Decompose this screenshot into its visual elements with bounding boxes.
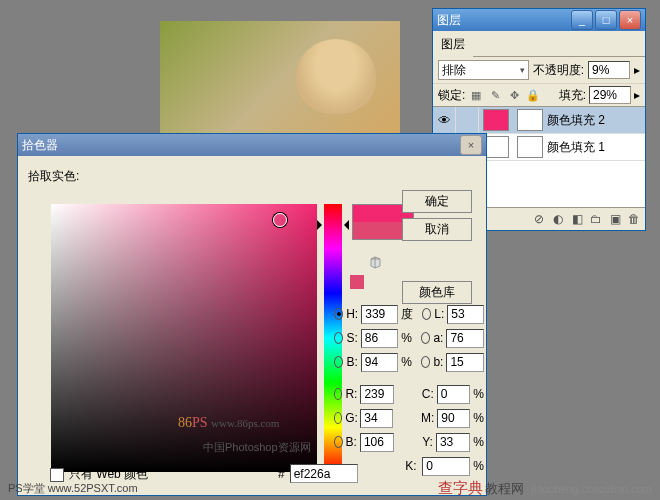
lock-all-icon[interactable]: 🔒 bbox=[525, 87, 541, 103]
radio-h[interactable] bbox=[334, 308, 343, 320]
photo-canvas bbox=[160, 21, 400, 141]
y-input[interactable]: 33 bbox=[436, 433, 470, 452]
cancel-button[interactable]: 取消 bbox=[402, 218, 472, 241]
b-input[interactable]: 94 bbox=[361, 353, 399, 372]
tagline: 中国Photoshop资源网 bbox=[203, 440, 311, 455]
radio-s[interactable] bbox=[334, 332, 343, 344]
lock-pixels-icon[interactable]: ✎ bbox=[487, 87, 503, 103]
trash-icon[interactable]: 🗑 bbox=[626, 211, 642, 227]
radio-bb[interactable] bbox=[334, 436, 343, 448]
lock-transparent-icon[interactable]: ▦ bbox=[468, 87, 484, 103]
footer-url: jiaocheng.chazidian.com bbox=[532, 483, 652, 495]
previous-swatch[interactable] bbox=[350, 275, 364, 289]
bb-input[interactable]: 106 bbox=[360, 433, 394, 452]
picker-subtitle: 拾取实色: bbox=[28, 168, 476, 185]
s-input[interactable]: 86 bbox=[361, 329, 399, 348]
h-input[interactable]: 339 bbox=[361, 305, 398, 324]
color-library-button[interactable]: 颜色库 bbox=[402, 281, 472, 304]
mask-icon[interactable]: ◐ bbox=[550, 211, 566, 227]
close-button[interactable]: × bbox=[460, 135, 482, 155]
opacity-label: 不透明度: bbox=[533, 62, 584, 79]
radio-b[interactable] bbox=[334, 356, 343, 368]
dropdown-arrow-icon[interactable]: ▸ bbox=[634, 63, 640, 77]
radio-a[interactable] bbox=[421, 332, 430, 344]
a-input[interactable]: 76 bbox=[446, 329, 484, 348]
k-input[interactable]: 0 bbox=[422, 457, 470, 476]
hue-pointer-left-icon bbox=[317, 220, 327, 230]
lock-label: 锁定: bbox=[438, 87, 465, 104]
layer-mask-thumb bbox=[517, 109, 543, 131]
panel-tabs: 图层 bbox=[433, 31, 645, 57]
b2-input[interactable]: 15 bbox=[446, 353, 484, 372]
radio-b2[interactable] bbox=[421, 356, 430, 368]
logo-86ps: 86PS www.86ps.com bbox=[178, 415, 279, 431]
layer-thumb bbox=[483, 109, 509, 131]
cube-icon[interactable] bbox=[368, 255, 383, 270]
tab-layers[interactable]: 图层 bbox=[433, 33, 473, 57]
layers-title: 图层 bbox=[437, 12, 461, 29]
radio-l[interactable] bbox=[422, 308, 431, 320]
footer-left: PS学堂 www.52PSXT.com bbox=[8, 481, 138, 496]
visibility-icon[interactable]: 👁 bbox=[433, 107, 456, 133]
color-field[interactable] bbox=[51, 204, 317, 472]
link-cell[interactable] bbox=[456, 107, 479, 133]
m-input[interactable]: 90 bbox=[437, 409, 470, 428]
maximize-button[interactable]: □ bbox=[595, 10, 617, 30]
ok-button[interactable]: 确定 bbox=[402, 190, 472, 213]
c-input[interactable]: 0 bbox=[437, 385, 471, 404]
page-footer: PS学堂 www.52PSXT.com 查字典 教程网 jiaocheng.ch… bbox=[0, 479, 660, 498]
hue-pointer-right-icon bbox=[339, 220, 349, 230]
adjustment-icon[interactable]: ◧ bbox=[569, 211, 585, 227]
blend-mode-select[interactable]: 排除 bbox=[438, 60, 529, 80]
minimize-button[interactable]: _ bbox=[571, 10, 593, 30]
close-button[interactable]: × bbox=[619, 10, 641, 30]
opacity-input[interactable]: 9% bbox=[588, 61, 630, 79]
picker-titlebar: 拾色器 × bbox=[18, 134, 486, 156]
radio-r[interactable] bbox=[334, 388, 342, 400]
footer-brand2: 教程网 bbox=[485, 480, 524, 498]
layers-titlebar: 图层 _ □ × bbox=[433, 9, 645, 31]
fill-label: 填充: bbox=[559, 87, 586, 104]
layer-row[interactable]: 👁 颜色填充 2 bbox=[433, 107, 645, 134]
color-cursor-icon bbox=[273, 213, 287, 227]
g-input[interactable]: 34 bbox=[360, 409, 393, 428]
r-input[interactable]: 239 bbox=[360, 385, 394, 404]
color-values: H:339度 L:53 S:86% a:76 B:94% b:15 R:239 … bbox=[334, 302, 484, 478]
new-layer-icon[interactable]: ▣ bbox=[607, 211, 623, 227]
fx-icon[interactable]: ⊘ bbox=[531, 211, 547, 227]
layer-name: 颜色填充 1 bbox=[547, 139, 605, 156]
folder-icon[interactable]: 🗀 bbox=[588, 211, 604, 227]
lock-position-icon[interactable]: ✥ bbox=[506, 87, 522, 103]
picker-title: 拾色器 bbox=[22, 137, 58, 154]
footer-brand1: 查字典 bbox=[438, 479, 483, 498]
l-input[interactable]: 53 bbox=[447, 305, 484, 324]
dropdown-arrow-icon[interactable]: ▸ bbox=[634, 88, 640, 102]
fill-input[interactable]: 29% bbox=[589, 86, 631, 104]
layer-mask-thumb bbox=[517, 136, 543, 158]
radio-g[interactable] bbox=[334, 412, 342, 424]
layer-name: 颜色填充 2 bbox=[547, 112, 605, 129]
